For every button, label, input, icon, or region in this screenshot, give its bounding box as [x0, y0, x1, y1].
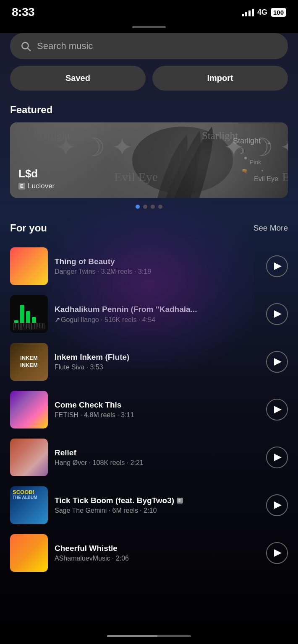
- search-bar[interactable]: Search music: [10, 33, 288, 59]
- play-icon: [274, 549, 282, 557]
- carousel-dots: [10, 205, 288, 209]
- status-time: 8:33: [12, 5, 34, 19]
- play-icon: [274, 454, 282, 461]
- handle-bar: [0, 23, 298, 33]
- song-item[interactable]: Come Check This FETISH · 4.8M reels · 3:…: [10, 386, 288, 434]
- svg-text:Pink: Pink: [250, 159, 261, 166]
- song-thumbnail: SCOOB!THE ALBUM: [10, 486, 48, 524]
- song-item[interactable]: Thing of Beauty Danger Twins · 3.2M reel…: [10, 242, 288, 290]
- tab-import[interactable]: Import: [152, 66, 288, 91]
- dot-3: [151, 205, 155, 209]
- song-item[interactable]: Cheerful Whistle AShamaluevMusic · 2:06: [10, 529, 288, 577]
- dot-1: [136, 205, 140, 209]
- song-meta: FETISH · 4.8M reels · 3:11: [55, 411, 259, 419]
- tabs-row: Saved Import: [10, 66, 288, 91]
- song-thumbnail: [10, 439, 48, 476]
- svg-point-9: [244, 157, 247, 159]
- song-title: Tick Tick Boom (feat. BygTwo3) E: [55, 496, 259, 505]
- explicit-badge: E: [177, 498, 183, 504]
- signal-bars-icon: [242, 8, 254, 16]
- song-item[interactable]: SCOOB!THE ALBUM Tick Tick Boom (feat. By…: [10, 481, 288, 529]
- status-right: 4G 100: [242, 8, 286, 17]
- for-you-title: For you: [10, 222, 47, 234]
- song-info: Come Check This FETISH · 4.8M reels · 3:…: [55, 400, 259, 419]
- play-icon: [274, 501, 282, 509]
- song-title: Kadhalikum Pennin (From "Kadhala...: [55, 305, 259, 314]
- play-button[interactable]: [266, 351, 288, 373]
- song-thumbnail: [10, 295, 48, 333]
- play-icon: [274, 310, 282, 318]
- song-info: Cheerful Whistle AShamaluevMusic · 2:06: [55, 544, 259, 562]
- play-button[interactable]: [266, 542, 288, 564]
- song-info: Kadhalikum Pennin (From "Kadhala... ↗Gog…: [55, 305, 259, 324]
- song-thumbnail: [10, 534, 48, 572]
- play-icon: [274, 406, 282, 413]
- tab-saved[interactable]: Saved: [10, 66, 146, 91]
- song-meta: Danger Twins · 3.2M reels · 3:19: [55, 268, 259, 275]
- song-title: Cheerful Whistle: [55, 544, 259, 553]
- play-button[interactable]: [266, 494, 288, 516]
- svg-text:Evil Eye: Evil Eye: [254, 175, 278, 182]
- song-thumbnail: INKEMINKEM: [10, 343, 48, 381]
- scroll-indicator: [107, 635, 191, 637]
- featured-title: L$d: [18, 167, 154, 180]
- featured-artist: Luclover: [28, 182, 55, 190]
- search-icon: [20, 41, 31, 52]
- for-you-header: For you See More: [10, 222, 288, 234]
- song-info: Relief Hang Øver · 108K reels · 2:21: [55, 448, 259, 467]
- explicit-badge-featured: E: [18, 183, 25, 190]
- play-button[interactable]: [266, 255, 288, 277]
- play-button[interactable]: [266, 303, 288, 325]
- sheet-handle: [132, 26, 166, 28]
- network-type: 4G: [257, 8, 267, 17]
- song-thumbnail: [10, 247, 48, 285]
- song-info: Inkem Inkem (Flute) Flute Siva · 3:53: [55, 353, 259, 371]
- song-title: Inkem Inkem (Flute): [55, 353, 259, 362]
- song-meta: ↗Gogul Ilango · 516K reels · 4:54: [55, 316, 259, 324]
- svg-text:☽: ☽: [237, 146, 245, 156]
- status-bar: 8:33 4G 100: [0, 0, 298, 23]
- song-info: Thing of Beauty Danger Twins · 3.2M reel…: [55, 257, 259, 275]
- song-info: Tick Tick Boom (feat. BygTwo3) E Sage Th…: [55, 496, 259, 514]
- song-item[interactable]: INKEMINKEM Inkem Inkem (Flute) Flute Siv…: [10, 338, 288, 386]
- song-meta: Sage The Gemini · 6M reels · 2:10: [55, 507, 259, 514]
- song-item[interactable]: Kadhalikum Pennin (From "Kadhala... ↗Gog…: [10, 290, 288, 338]
- song-thumbnail: [10, 391, 48, 428]
- dot-2: [143, 205, 147, 209]
- featured-section-title: Featured: [10, 104, 288, 116]
- song-meta: Hang Øver · 108K reels · 2:21: [55, 459, 259, 467]
- svg-point-10: [261, 170, 263, 171]
- song-meta: Flute Siva · 3:53: [55, 364, 259, 371]
- battery-indicator: 100: [271, 8, 286, 17]
- featured-artist-row: E Luclover: [18, 182, 154, 190]
- main-content: Search music Saved Import Featured Starl…: [0, 33, 298, 644]
- song-title: Relief: [55, 448, 259, 457]
- dot-4: [158, 205, 162, 209]
- svg-line-1: [28, 48, 30, 51]
- song-list: Thing of Beauty Danger Twins · 3.2M reel…: [10, 242, 288, 577]
- play-icon: [274, 358, 282, 366]
- see-more-button[interactable]: See More: [254, 223, 288, 233]
- song-item[interactable]: Relief Hang Øver · 108K reels · 2:21: [10, 434, 288, 481]
- play-button[interactable]: [266, 399, 288, 421]
- play-button[interactable]: [266, 447, 288, 468]
- search-placeholder: Search music: [37, 41, 93, 52]
- svg-text:✦: ✦: [267, 140, 272, 147]
- svg-text:Starlight: Starlight: [233, 137, 261, 145]
- featured-overlay: L$d E Luclover: [10, 122, 163, 198]
- featured-card[interactable]: Starlight Pink Evil Eye ☽ ✦ 🔫 L$d E Lucl…: [10, 122, 288, 198]
- play-icon: [274, 262, 282, 270]
- song-meta: AShamaluevMusic · 2:06: [55, 555, 259, 562]
- trending-icon: ↗: [55, 316, 60, 324]
- svg-text:🔫: 🔫: [241, 168, 248, 174]
- song-title: Come Check This: [55, 400, 259, 410]
- song-title: Thing of Beauty: [55, 257, 259, 266]
- scroll-thumb: [107, 635, 157, 637]
